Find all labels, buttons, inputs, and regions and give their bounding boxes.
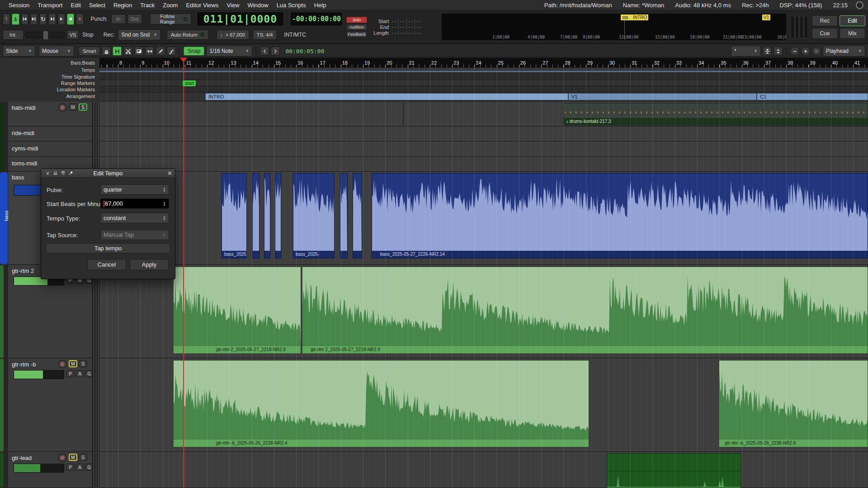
tap-source-dropdown[interactable]: Manual Tap ▲▼ xyxy=(100,230,169,240)
menu-session[interactable]: Session xyxy=(5,2,33,9)
nudge-clock[interactable]: 00:00:05:00 xyxy=(285,48,324,55)
zoom-in-button[interactable]: + xyxy=(801,47,810,56)
audio-region[interactable] xyxy=(340,173,348,258)
playhead-head-icon[interactable] xyxy=(180,58,187,62)
play-range-button[interactable] xyxy=(48,14,56,25)
stretch-tool-button[interactable] xyxy=(145,47,154,56)
edit-content-tool-button[interactable] xyxy=(167,47,176,56)
rec-mode-dropdown[interactable]: Snd on Snd▼ xyxy=(118,29,160,40)
grab-tool-button[interactable] xyxy=(102,47,111,56)
close-icon[interactable]: ✕ xyxy=(167,170,172,177)
range-tool-button[interactable] xyxy=(113,47,122,56)
menu-lua-scripts[interactable]: Lua Scripts xyxy=(273,2,310,9)
cue-page-button[interactable]: Cue xyxy=(812,28,838,39)
audio-region[interactable]: gtr-rtm -b_2025-05-26_2238-NR2.6 xyxy=(719,360,868,447)
track-lane-ride-midi[interactable] xyxy=(99,127,868,141)
grid-unit-dropdown[interactable]: 1/16 Note▼ xyxy=(206,46,252,56)
track-lane-gtr-rtm-b[interactable]: gtr-rtm -b_2025-05-26_2238-NR2.4 gtr-rtm… xyxy=(99,358,868,452)
mini-timeline[interactable]: sta INTRO V1 1|00|00 4|00|00 7|00|00 9|0… xyxy=(441,13,787,41)
track-lane-hats-midi[interactable]: ♪ drums-kontakt-217.1 ♪ drums-kontakt-21… xyxy=(99,102,868,127)
menu-region[interactable]: Region xyxy=(109,2,136,9)
tap-tempo-button[interactable]: Tap tempo xyxy=(46,243,170,253)
ruler-arrangement-row[interactable]: INTRO V1 C1 xyxy=(99,93,868,102)
record-arm-button[interactable] xyxy=(58,103,67,112)
midi-region[interactable]: ♪ drums-kontakt-217.3 xyxy=(563,103,868,126)
record-arm-button[interactable] xyxy=(58,454,67,462)
marker-intro-flag[interactable]: INTRO xyxy=(632,14,648,20)
spinner-icon[interactable]: ▲▼ xyxy=(163,216,166,221)
arrangement-section-v1[interactable]: V1 xyxy=(568,93,757,100)
menu-view[interactable]: View xyxy=(222,2,243,9)
track-header-gtr-lead[interactable]: gtr-lead M S P A G xyxy=(8,452,92,488)
audio-region[interactable] xyxy=(264,173,270,258)
audio-region[interactable]: bass_2025-05 xyxy=(222,173,247,258)
menu-track[interactable]: Track xyxy=(136,2,159,9)
zoom-out-button[interactable]: − xyxy=(790,47,799,56)
mute-button[interactable]: M xyxy=(69,360,77,367)
track-resize-handle-strip[interactable] xyxy=(92,102,99,488)
apply-button[interactable]: Apply xyxy=(130,259,169,270)
sync-source[interactable]: INT/MTC xyxy=(282,32,308,38)
stop-button[interactable] xyxy=(67,14,74,25)
ruler-range-markers-row[interactable] xyxy=(99,80,868,86)
mouse-mode-dropdown[interactable]: Mouse▼ xyxy=(39,46,74,56)
menu-select[interactable]: Select xyxy=(85,2,109,9)
time-signature-button[interactable]: TS: 4/4 xyxy=(253,30,277,40)
metronome-button[interactable] xyxy=(12,14,19,25)
record-button[interactable] xyxy=(76,14,83,25)
track-lane-toms-midi[interactable] xyxy=(99,157,868,172)
dialog-titlebar[interactable]: ∨ ⇊ ⇈ Edit Tempo ✕ xyxy=(41,169,175,178)
audio-region[interactable]: gtr-rtm 2_2025-05-27_2218-NR2.8 xyxy=(173,267,301,354)
marker-v1-flag[interactable]: V1 xyxy=(762,14,770,20)
menu-transport[interactable]: Transport xyxy=(33,2,66,9)
edit-mode-dropdown[interactable]: Slide▼ xyxy=(3,46,35,56)
solo-button[interactable]: S xyxy=(79,103,87,111)
audio-region[interactable] xyxy=(607,453,741,488)
primary-clock[interactable]: 011|01|0000 xyxy=(197,12,284,26)
playlist-button[interactable]: P xyxy=(66,464,75,471)
nudge-back-button[interactable] xyxy=(260,47,269,56)
audio-region[interactable] xyxy=(353,173,362,258)
loop-button[interactable]: ↻ xyxy=(39,14,47,25)
cut-tool-button[interactable] xyxy=(123,47,132,56)
spinner-icon[interactable]: ▲▼ xyxy=(163,201,166,206)
ruler-bars-row[interactable]: 8910111213141516171819202122232425262728… xyxy=(99,58,868,68)
track-header-hats-midi[interactable]: hats-midi M S xyxy=(8,102,92,127)
zoom-to-session-button[interactable] xyxy=(812,47,821,56)
menu-edit[interactable]: Edit xyxy=(66,2,85,9)
playlist-button[interactable]: P xyxy=(66,370,75,377)
track-lane-gtr-lead[interactable] xyxy=(99,452,868,488)
punch-in-button[interactable]: In xyxy=(111,14,126,24)
track-lane-gtr-rtm-2[interactable]: gtr-rtm 2_2025-05-27_2218-NR2.8 gtr-rtm … xyxy=(99,265,868,358)
menu-help[interactable]: Help xyxy=(310,2,330,9)
play-button[interactable] xyxy=(58,14,65,25)
rec-page-button[interactable]: Rec xyxy=(812,15,838,26)
audio-region[interactable]: bass_2025-05-27_2226-NR2.14 xyxy=(372,173,868,258)
snap-button[interactable]: Snap xyxy=(184,47,204,56)
audio-region[interactable] xyxy=(275,173,281,258)
automation-button[interactable]: A xyxy=(75,464,84,471)
tempo-type-dropdown[interactable]: constant ▲▼ xyxy=(100,213,169,223)
menu-zoom[interactable]: Zoom xyxy=(159,2,182,9)
follow-range-button[interactable]: Follow Range xyxy=(150,14,191,24)
tempo-button[interactable]: ♩= 67,000 xyxy=(217,30,249,40)
ruler-tempo-row[interactable] xyxy=(99,68,868,74)
expand-tracks-button[interactable] xyxy=(774,47,783,56)
solo-button[interactable]: S xyxy=(79,360,87,367)
track-header-gtr-rtm-b[interactable]: gtr-rtm -b M S P A G xyxy=(8,358,92,452)
draw-tool-button[interactable] xyxy=(156,47,165,56)
start-range-marker[interactable]: start xyxy=(183,80,196,86)
mute-button[interactable]: M xyxy=(69,103,77,111)
zoom-focus-dropdown[interactable]: Playhead▼ xyxy=(823,46,865,56)
track-header-cyms-midi[interactable]: cyms-midi xyxy=(8,141,92,157)
track-lane-cyms-midi[interactable] xyxy=(99,141,868,157)
arrangement-section-intro[interactable]: INTRO xyxy=(205,93,568,100)
shuttle-slider[interactable] xyxy=(25,32,65,38)
automation-button[interactable]: A xyxy=(75,370,84,377)
record-arm-button[interactable] xyxy=(58,360,67,368)
track-lane-bass[interactable]: bass_2025-05 bass_2025- bass_2025-05-27_… xyxy=(99,172,868,265)
arrangement-section-c1[interactable]: C1 xyxy=(757,93,868,100)
fit-tracks-button[interactable] xyxy=(763,47,772,56)
ruler-timesig-row[interactable] xyxy=(99,74,868,80)
pulse-dropdown[interactable]: quarter ▲▼ xyxy=(100,184,169,195)
